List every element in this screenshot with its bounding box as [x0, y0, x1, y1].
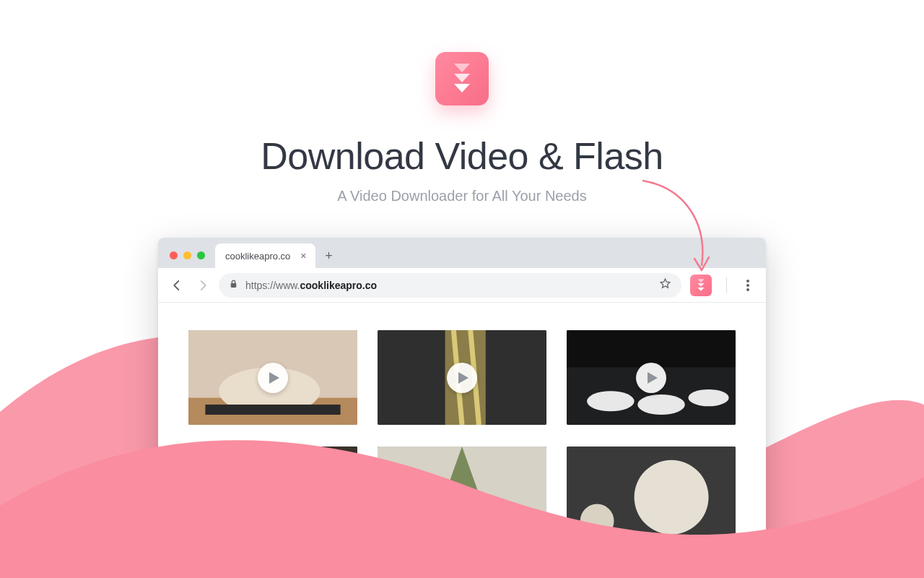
svg-marker-2 — [454, 84, 470, 92]
bookmark-star-icon[interactable] — [659, 277, 671, 293]
window-controls — [165, 251, 211, 268]
window-close-button[interactable] — [170, 251, 178, 259]
svg-marker-0 — [454, 64, 470, 72]
svg-rect-27 — [394, 497, 495, 541]
svg-point-20 — [637, 394, 685, 415]
toolbar-separator — [726, 277, 727, 293]
svg-point-7 — [746, 280, 749, 282]
forward-button[interactable] — [193, 275, 213, 296]
url-text: https://www.cooklikeapro.co — [245, 280, 652, 291]
svg-rect-3 — [231, 282, 237, 287]
svg-point-30 — [580, 504, 614, 538]
browser-tab[interactable]: cooklikeapro.co × — [215, 243, 315, 268]
svg-marker-1 — [454, 74, 470, 82]
video-thumbnail[interactable] — [188, 447, 357, 541]
play-icon — [447, 363, 477, 393]
page-subtitle: A Video Downloader for All Your Needs — [337, 188, 586, 204]
svg-point-19 — [587, 391, 635, 411]
window-minimize-button[interactable] — [183, 251, 191, 259]
tab-close-icon[interactable]: × — [297, 250, 309, 262]
lock-icon — [229, 279, 238, 292]
video-grid — [188, 330, 736, 541]
video-thumbnail[interactable] — [378, 330, 546, 425]
browser-window: cooklikeapro.co × + https://www.cooklike… — [158, 238, 766, 578]
svg-marker-23 — [648, 372, 658, 384]
svg-rect-25 — [188, 447, 357, 480]
svg-marker-17 — [458, 372, 468, 384]
play-icon — [636, 363, 666, 393]
svg-marker-6 — [697, 287, 704, 290]
video-thumbnail[interactable] — [567, 447, 736, 541]
svg-point-8 — [746, 284, 749, 287]
play-icon — [258, 363, 288, 393]
address-bar[interactable]: https://www.cooklikeapro.co — [219, 273, 681, 298]
video-thumbnail[interactable] — [378, 447, 546, 541]
svg-point-9 — [746, 288, 749, 291]
tab-title: cooklikeapro.co — [225, 251, 290, 262]
svg-rect-13 — [205, 405, 340, 415]
app-icon — [435, 52, 489, 105]
svg-point-29 — [635, 460, 709, 535]
extension-icon[interactable] — [690, 275, 712, 296]
svg-point-21 — [688, 389, 728, 406]
browser-toolbar: https://www.cooklikeapro.co — [158, 268, 766, 303]
svg-marker-4 — [697, 279, 704, 282]
new-tab-button[interactable]: + — [320, 246, 339, 265]
tab-bar: cooklikeapro.co × + — [158, 238, 766, 268]
browser-menu-button[interactable] — [738, 276, 757, 295]
svg-marker-14 — [269, 372, 279, 384]
page-content — [158, 303, 766, 569]
video-thumbnail[interactable] — [567, 330, 736, 425]
video-thumbnail[interactable] — [188, 330, 357, 425]
back-button[interactable] — [167, 275, 187, 296]
page-title: Download Video & Flash — [261, 134, 663, 178]
svg-marker-5 — [697, 283, 704, 287]
window-zoom-button[interactable] — [197, 251, 205, 259]
